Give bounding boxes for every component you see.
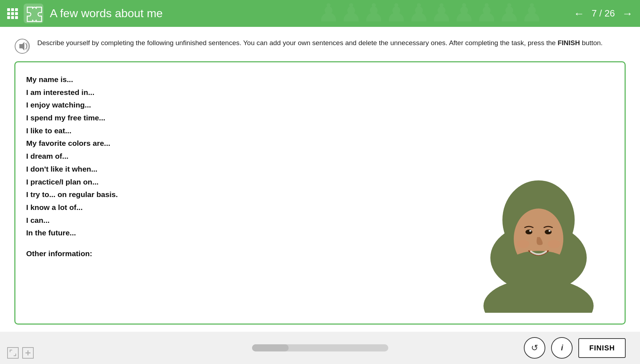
page-title: A few words about me: [50, 7, 574, 20]
svg-point-16: [548, 240, 560, 248]
sentence-item: My favorite colors are...: [26, 137, 456, 150]
header-nav: ← 7 / 26 →: [574, 8, 633, 20]
sentence-item: I practice/I plan on...: [26, 176, 456, 188]
svg-rect-1: [24, 4, 43, 23]
footer-corner-icons: [7, 347, 34, 359]
sentence-item: I like to eat...: [26, 124, 456, 137]
finish-button[interactable]: FINISH: [578, 338, 626, 358]
finish-word: FINISH: [558, 39, 580, 47]
instruction-row: Describe yourself by completing the foll…: [14, 38, 626, 54]
sentence-item: I don't like it when...: [26, 163, 456, 176]
main-content: Describe yourself by completing the foll…: [0, 27, 640, 332]
sentence-item: In the future...: [26, 226, 456, 239]
speaker-icon[interactable]: [14, 38, 30, 54]
content-card: My name is...I am interested in...I enjo…: [14, 61, 626, 325]
svg-point-13: [529, 230, 531, 232]
sentence-item: I can...: [26, 214, 456, 227]
sentences-area: My name is...I am interested in...I enjo…: [26, 73, 463, 313]
svg-point-14: [549, 230, 551, 232]
forward-button[interactable]: →: [622, 8, 633, 20]
svg-point-12: [545, 230, 551, 234]
svg-point-15: [517, 240, 530, 248]
instruction-text-part2: button.: [580, 39, 603, 47]
progress-track: [252, 344, 388, 351]
reset-icon: ↺: [531, 343, 538, 353]
footer-buttons: ↺ i FINISH: [524, 337, 626, 359]
info-icon: i: [561, 343, 563, 353]
reset-button[interactable]: ↺: [524, 337, 545, 359]
grid-icon[interactable]: [7, 8, 18, 19]
slide-counter: 7 / 26: [592, 8, 615, 19]
sentence-item: I try to... on regular basis.: [26, 188, 456, 201]
sentence-item: My name is...: [26, 73, 456, 86]
svg-marker-3: [19, 42, 24, 51]
sentence-item: I dream of...: [26, 150, 456, 163]
footer: ↺ i FINISH: [0, 332, 640, 364]
back-button[interactable]: ←: [574, 8, 584, 20]
person-figure: [467, 141, 610, 313]
progress-bar: [252, 344, 388, 351]
instruction-text-part1: Describe yourself by completing the foll…: [37, 39, 558, 47]
person-image-area: [463, 73, 614, 313]
sentence-item: I know a lot of...: [26, 201, 456, 214]
sentences-list: My name is...I am interested in...I enjo…: [26, 73, 456, 239]
other-info-label: Other information:: [26, 247, 456, 260]
sentence-item: I enjoy watching...: [26, 99, 456, 111]
puzzle-logo: [24, 4, 43, 23]
corner-bracket-icon: [7, 347, 19, 359]
progress-fill: [252, 344, 289, 351]
svg-point-11: [526, 230, 532, 234]
header: ♟♟♟♟♟♟♟♟♟♟ A few words about me ← 7 / 26…: [0, 0, 640, 27]
instruction-text: Describe yourself by completing the foll…: [37, 38, 603, 48]
info-button[interactable]: i: [551, 337, 573, 359]
sentence-item: I spend my free time...: [26, 111, 456, 124]
add-icon[interactable]: [22, 347, 34, 359]
sentence-item: I am interested in...: [26, 86, 456, 99]
